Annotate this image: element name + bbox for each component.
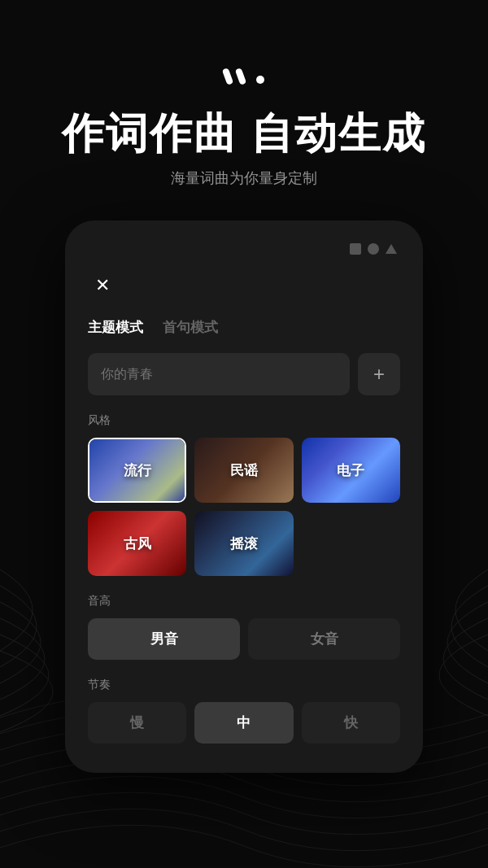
tempo-section-label: 节奏: [88, 678, 400, 692]
close-button[interactable]: ✕: [88, 271, 117, 300]
style-section-label: 风格: [88, 413, 400, 428]
svg-point-2: [256, 76, 264, 84]
tabs-row: 主题模式 首句模式: [88, 318, 400, 337]
style-gufeng[interactable]: 古风: [88, 511, 186, 576]
style-minyao-label: 民谣: [194, 438, 293, 503]
theme-input[interactable]: [88, 353, 350, 395]
subtitle: 海量词曲为你量身定制: [0, 168, 488, 188]
status-icon-circle: [368, 243, 379, 255]
status-bar: [88, 243, 400, 255]
style-dianzi-label: 电子: [302, 438, 400, 503]
style-gufeng-label: 古风: [88, 511, 186, 576]
phone-mockup: ✕ 主题模式 首句模式 + 风格 流行 民谣 电子 古风: [65, 220, 423, 773]
plus-icon: +: [373, 364, 385, 384]
close-icon: ✕: [95, 275, 110, 296]
style-liuxing-label: 流行: [89, 439, 185, 501]
tab-first-sentence[interactable]: 首句模式: [163, 318, 218, 337]
style-minyao[interactable]: 民谣: [194, 438, 293, 503]
logo-icon: [220, 65, 268, 91]
style-dianzi[interactable]: 电子: [302, 438, 400, 503]
headline: 作词作曲 自动生成: [0, 111, 488, 157]
status-icon-square: [350, 243, 361, 255]
status-icon-wifi: [386, 244, 397, 254]
pitch-section-label: 音高: [88, 594, 400, 608]
svg-rect-1: [235, 68, 246, 85]
style-yaogn-label: 摇滚: [194, 511, 293, 576]
add-button[interactable]: +: [358, 353, 400, 395]
style-yaogn[interactable]: 摇滚: [194, 511, 293, 576]
pitch-male[interactable]: 男音: [88, 618, 240, 660]
tempo-slow[interactable]: 慢: [88, 702, 186, 744]
tab-theme[interactable]: 主题模式: [88, 318, 143, 337]
tempo-fast[interactable]: 快: [302, 702, 400, 744]
pitch-female[interactable]: 女音: [248, 618, 400, 660]
svg-rect-0: [222, 68, 233, 85]
pitch-row: 男音 女音: [88, 618, 400, 660]
tempo-row: 慢 中 快: [88, 702, 400, 744]
input-row: +: [88, 353, 400, 395]
style-liuxing[interactable]: 流行: [88, 438, 186, 503]
style-grid: 流行 民谣 电子 古风 摇滚: [88, 438, 400, 576]
tempo-mid[interactable]: 中: [194, 702, 293, 744]
